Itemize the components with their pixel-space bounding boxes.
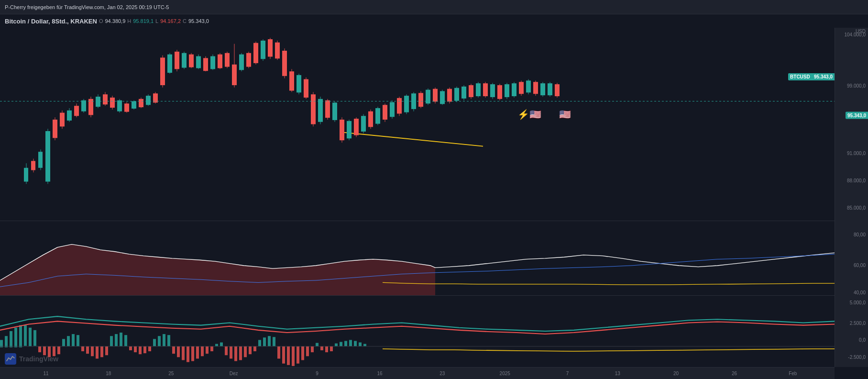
svg-rect-32 (132, 101, 136, 109)
svg-rect-217 (297, 346, 299, 364)
svg-rect-64 (246, 53, 251, 67)
svg-rect-225 (335, 344, 338, 346)
svg-rect-224 (330, 346, 333, 351)
x-label-16: 16 (377, 371, 382, 376)
svg-rect-182 (129, 346, 132, 350)
svg-rect-200 (215, 344, 218, 346)
svg-rect-30 (124, 103, 129, 111)
svg-rect-8 (45, 131, 50, 182)
svg-rect-195 (191, 346, 194, 361)
price-level-99: 99.000,0 (847, 83, 866, 88)
svg-rect-171 (77, 335, 79, 346)
svg-rect-222 (320, 346, 323, 350)
svg-rect-184 (139, 346, 142, 354)
svg-rect-58 (225, 53, 230, 67)
svg-rect-187 (153, 339, 156, 346)
svg-rect-124 (461, 87, 466, 99)
window-titlebar: P-Cherry freigegeben für TradingView.com… (0, 0, 868, 14)
svg-rect-126 (469, 85, 473, 97)
macd-level-2500: 2.500,0 (850, 320, 866, 325)
chart-container: BTCUSD 95.343,0 ⚡🇺🇸 🇺🇸 (0, 28, 868, 367)
svg-rect-156 (5, 336, 8, 347)
x-label-7: 7 (566, 371, 569, 376)
svg-rect-42 (167, 55, 172, 73)
svg-rect-130 (483, 83, 488, 96)
svg-rect-118 (440, 91, 445, 104)
x-label-9: 9 (316, 371, 319, 376)
svg-rect-136 (505, 84, 509, 97)
svg-rect-172 (81, 346, 84, 351)
svg-rect-142 (526, 80, 531, 92)
symbol-ticker: BTCUSD (790, 74, 810, 79)
svg-rect-36 (146, 96, 151, 105)
x-time-axis: 11 18 25 Dez 9 16 23 2025 7 13 20 26 Feb (0, 367, 835, 379)
rsi-pane[interactable] (0, 221, 835, 296)
badge-flash-flag[interactable]: ⚡🇺🇸 (517, 109, 541, 120)
price-level-88: 88.000,0 (847, 178, 866, 183)
price-chart-pane[interactable]: BTCUSD 95.343,0 ⚡🇺🇸 🇺🇸 (0, 28, 835, 221)
svg-rect-62 (239, 55, 244, 70)
svg-rect-34 (139, 99, 143, 107)
macd-chart (0, 296, 835, 367)
svg-rect-96 (361, 116, 366, 132)
svg-rect-54 (210, 56, 215, 69)
svg-rect-218 (301, 346, 304, 360)
svg-rect-219 (306, 346, 309, 357)
macd-pane[interactable] (0, 296, 835, 367)
svg-rect-98 (368, 111, 373, 127)
svg-rect-188 (158, 336, 161, 346)
svg-rect-52 (203, 58, 208, 71)
current-price-value: 95.343,0 (814, 74, 833, 79)
svg-rect-154 (0, 296, 835, 367)
svg-rect-0 (0, 28, 835, 221)
svg-rect-116 (433, 89, 438, 102)
svg-rect-210 (263, 337, 266, 346)
svg-rect-212 (273, 337, 275, 346)
svg-rect-204 (234, 346, 237, 361)
svg-rect-180 (120, 333, 122, 346)
x-label-dez: Dez (230, 371, 238, 376)
svg-rect-14 (67, 111, 72, 121)
svg-rect-173 (86, 346, 89, 354)
svg-rect-70 (268, 39, 273, 56)
svg-rect-24 (103, 94, 108, 104)
svg-rect-174 (91, 346, 94, 357)
svg-rect-10 (53, 120, 57, 138)
svg-rect-22 (96, 97, 100, 107)
svg-rect-159 (19, 325, 22, 347)
svg-rect-183 (134, 346, 137, 352)
svg-rect-211 (268, 336, 271, 346)
macd-level-5000: 5.000,0 (850, 300, 866, 305)
rsi-level-80: 80,00 (854, 232, 866, 237)
svg-rect-157 (10, 331, 12, 347)
svg-rect-26 (110, 98, 115, 108)
svg-rect-227 (344, 341, 347, 346)
svg-rect-230 (359, 343, 362, 346)
svg-rect-92 (347, 121, 352, 138)
svg-rect-108 (404, 96, 409, 112)
rsi-level-40: 40,00 (854, 290, 866, 295)
svg-rect-216 (292, 346, 295, 366)
svg-rect-18 (81, 100, 86, 111)
svg-rect-192 (177, 346, 180, 357)
svg-rect-175 (96, 346, 99, 359)
svg-rect-48 (189, 55, 194, 67)
badge-flag[interactable]: 🇺🇸 (559, 109, 571, 120)
svg-rect-203 (230, 346, 232, 359)
svg-rect-223 (325, 346, 328, 352)
x-label-2025: 2025 (500, 371, 510, 376)
price-level-91: 91.000,0 (847, 151, 866, 156)
svg-rect-44 (175, 52, 179, 69)
x-label-20: 20 (673, 371, 679, 376)
svg-rect-213 (277, 346, 280, 359)
svg-rect-104 (390, 102, 395, 117)
svg-rect-16 (74, 106, 79, 116)
x-label-25: 25 (168, 371, 174, 376)
svg-rect-202 (225, 346, 228, 355)
svg-rect-90 (340, 120, 344, 140)
svg-rect-189 (163, 334, 165, 346)
y-price-axis: USD 104.000,0 99.000,0 95.343,0 91.000,0… (835, 28, 868, 367)
svg-rect-196 (196, 346, 199, 359)
svg-rect-191 (172, 346, 175, 354)
macd-level-neg2500: -2.500,0 (848, 354, 866, 359)
